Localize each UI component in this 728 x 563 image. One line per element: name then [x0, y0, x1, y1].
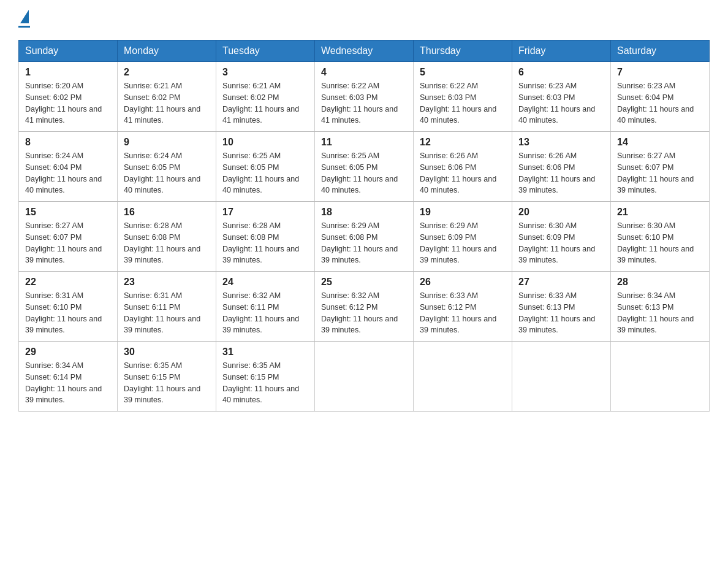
day-number: 6 — [518, 67, 604, 78]
day-number: 2 — [124, 67, 210, 78]
calendar-day-cell: 9Sunrise: 6:24 AMSunset: 6:05 PMDaylight… — [118, 132, 216, 202]
calendar-day-cell: 16Sunrise: 6:28 AMSunset: 6:08 PMDayligh… — [118, 202, 216, 272]
day-number: 30 — [124, 347, 210, 358]
day-number: 25 — [321, 277, 407, 288]
calendar-day-cell: 12Sunrise: 6:26 AMSunset: 6:06 PMDayligh… — [414, 132, 512, 202]
calendar-day-cell: 8Sunrise: 6:24 AMSunset: 6:04 PMDaylight… — [19, 132, 118, 202]
day-number: 17 — [222, 207, 308, 218]
calendar-week-row: 29Sunrise: 6:34 AMSunset: 6:14 PMDayligh… — [19, 342, 710, 412]
calendar-day-cell: 11Sunrise: 6:25 AMSunset: 6:05 PMDayligh… — [315, 132, 414, 202]
calendar-day-cell — [315, 342, 414, 412]
calendar-day-cell: 18Sunrise: 6:29 AMSunset: 6:08 PMDayligh… — [315, 202, 414, 272]
calendar-day-header: Thursday — [414, 40, 512, 62]
calendar-day-cell: 7Sunrise: 6:23 AMSunset: 6:04 PMDaylight… — [611, 62, 710, 132]
calendar-day-cell: 2Sunrise: 6:21 AMSunset: 6:02 PMDaylight… — [118, 62, 216, 132]
page-header — [18, 12, 710, 28]
day-number: 18 — [321, 207, 407, 218]
logo — [18, 12, 30, 28]
calendar-day-cell: 31Sunrise: 6:35 AMSunset: 6:15 PMDayligh… — [216, 342, 315, 412]
calendar-day-cell: 4Sunrise: 6:22 AMSunset: 6:03 PMDaylight… — [315, 62, 414, 132]
day-sun-info: Sunrise: 6:35 AMSunset: 6:15 PMDaylight:… — [222, 360, 308, 406]
day-sun-info: Sunrise: 6:21 AMSunset: 6:02 PMDaylight:… — [124, 80, 210, 126]
day-number: 8 — [25, 137, 111, 148]
day-sun-info: Sunrise: 6:24 AMSunset: 6:05 PMDaylight:… — [124, 150, 210, 196]
day-sun-info: Sunrise: 6:25 AMSunset: 6:05 PMDaylight:… — [321, 150, 407, 196]
calendar-day-header: Wednesday — [315, 40, 414, 62]
day-sun-info: Sunrise: 6:26 AMSunset: 6:06 PMDaylight:… — [420, 150, 506, 196]
calendar-day-cell: 23Sunrise: 6:31 AMSunset: 6:11 PMDayligh… — [118, 272, 216, 342]
day-sun-info: Sunrise: 6:32 AMSunset: 6:12 PMDaylight:… — [321, 290, 407, 336]
calendar-day-cell — [611, 342, 710, 412]
calendar-day-cell: 29Sunrise: 6:34 AMSunset: 6:14 PMDayligh… — [19, 342, 118, 412]
day-sun-info: Sunrise: 6:29 AMSunset: 6:09 PMDaylight:… — [420, 220, 506, 266]
calendar-day-cell: 27Sunrise: 6:33 AMSunset: 6:13 PMDayligh… — [512, 272, 611, 342]
calendar-day-cell: 5Sunrise: 6:22 AMSunset: 6:03 PMDaylight… — [414, 62, 512, 132]
calendar-day-header: Tuesday — [216, 40, 315, 62]
logo-triangle-icon — [20, 10, 29, 23]
day-number: 19 — [420, 207, 506, 218]
day-number: 23 — [124, 277, 210, 288]
calendar-day-cell: 10Sunrise: 6:25 AMSunset: 6:05 PMDayligh… — [216, 132, 315, 202]
day-number: 14 — [617, 137, 703, 148]
day-sun-info: Sunrise: 6:28 AMSunset: 6:08 PMDaylight:… — [124, 220, 210, 266]
calendar-day-cell: 14Sunrise: 6:27 AMSunset: 6:07 PMDayligh… — [611, 132, 710, 202]
day-sun-info: Sunrise: 6:31 AMSunset: 6:10 PMDaylight:… — [25, 290, 111, 336]
day-sun-info: Sunrise: 6:21 AMSunset: 6:02 PMDaylight:… — [222, 80, 308, 126]
day-sun-info: Sunrise: 6:31 AMSunset: 6:11 PMDaylight:… — [124, 290, 210, 336]
day-number: 27 — [518, 277, 604, 288]
calendar-day-cell: 21Sunrise: 6:30 AMSunset: 6:10 PMDayligh… — [611, 202, 710, 272]
calendar-day-cell: 20Sunrise: 6:30 AMSunset: 6:09 PMDayligh… — [512, 202, 611, 272]
day-number: 9 — [124, 137, 210, 148]
day-sun-info: Sunrise: 6:33 AMSunset: 6:13 PMDaylight:… — [518, 290, 604, 336]
calendar-day-cell: 30Sunrise: 6:35 AMSunset: 6:15 PMDayligh… — [118, 342, 216, 412]
calendar-day-cell: 1Sunrise: 6:20 AMSunset: 6:02 PMDaylight… — [19, 62, 118, 132]
day-number: 3 — [222, 67, 308, 78]
calendar-day-cell: 28Sunrise: 6:34 AMSunset: 6:13 PMDayligh… — [611, 272, 710, 342]
day-number: 5 — [420, 67, 506, 78]
day-sun-info: Sunrise: 6:33 AMSunset: 6:12 PMDaylight:… — [420, 290, 506, 336]
calendar-day-cell: 13Sunrise: 6:26 AMSunset: 6:06 PMDayligh… — [512, 132, 611, 202]
day-sun-info: Sunrise: 6:32 AMSunset: 6:11 PMDaylight:… — [222, 290, 308, 336]
calendar-day-cell — [414, 342, 512, 412]
day-sun-info: Sunrise: 6:22 AMSunset: 6:03 PMDaylight:… — [420, 80, 506, 126]
day-sun-info: Sunrise: 6:34 AMSunset: 6:14 PMDaylight:… — [25, 360, 111, 406]
day-number: 26 — [420, 277, 506, 288]
day-sun-info: Sunrise: 6:22 AMSunset: 6:03 PMDaylight:… — [321, 80, 407, 126]
day-sun-info: Sunrise: 6:35 AMSunset: 6:15 PMDaylight:… — [124, 360, 210, 406]
day-number: 12 — [420, 137, 506, 148]
day-sun-info: Sunrise: 6:30 AMSunset: 6:10 PMDaylight:… — [617, 220, 703, 266]
day-number: 29 — [25, 347, 111, 358]
day-sun-info: Sunrise: 6:27 AMSunset: 6:07 PMDaylight:… — [617, 150, 703, 196]
day-sun-info: Sunrise: 6:30 AMSunset: 6:09 PMDaylight:… — [518, 220, 604, 266]
day-number: 21 — [617, 207, 703, 218]
calendar-day-cell — [512, 342, 611, 412]
calendar-day-cell: 6Sunrise: 6:23 AMSunset: 6:03 PMDaylight… — [512, 62, 611, 132]
day-number: 11 — [321, 137, 407, 148]
calendar-day-header: Monday — [118, 40, 216, 62]
calendar-day-cell: 17Sunrise: 6:28 AMSunset: 6:08 PMDayligh… — [216, 202, 315, 272]
day-sun-info: Sunrise: 6:27 AMSunset: 6:07 PMDaylight:… — [25, 220, 111, 266]
calendar-day-header: Friday — [512, 40, 611, 62]
calendar-day-header: Saturday — [611, 40, 710, 62]
calendar-day-cell: 26Sunrise: 6:33 AMSunset: 6:12 PMDayligh… — [414, 272, 512, 342]
day-number: 28 — [617, 277, 703, 288]
day-number: 13 — [518, 137, 604, 148]
calendar-day-header: Sunday — [19, 40, 118, 62]
calendar-week-row: 8Sunrise: 6:24 AMSunset: 6:04 PMDaylight… — [19, 132, 710, 202]
calendar-day-cell: 19Sunrise: 6:29 AMSunset: 6:09 PMDayligh… — [414, 202, 512, 272]
calendar-day-cell: 24Sunrise: 6:32 AMSunset: 6:11 PMDayligh… — [216, 272, 315, 342]
day-sun-info: Sunrise: 6:26 AMSunset: 6:06 PMDaylight:… — [518, 150, 604, 196]
day-sun-info: Sunrise: 6:29 AMSunset: 6:08 PMDaylight:… — [321, 220, 407, 266]
logo-underline — [18, 26, 30, 28]
calendar-header-row: SundayMondayTuesdayWednesdayThursdayFrid… — [19, 40, 710, 62]
day-sun-info: Sunrise: 6:25 AMSunset: 6:05 PMDaylight:… — [222, 150, 308, 196]
day-sun-info: Sunrise: 6:24 AMSunset: 6:04 PMDaylight:… — [25, 150, 111, 196]
day-sun-info: Sunrise: 6:28 AMSunset: 6:08 PMDaylight:… — [222, 220, 308, 266]
day-sun-info: Sunrise: 6:34 AMSunset: 6:13 PMDaylight:… — [617, 290, 703, 336]
day-number: 31 — [222, 347, 308, 358]
calendar-table: SundayMondayTuesdayWednesdayThursdayFrid… — [18, 40, 710, 412]
calendar-day-cell: 15Sunrise: 6:27 AMSunset: 6:07 PMDayligh… — [19, 202, 118, 272]
day-number: 16 — [124, 207, 210, 218]
calendar-week-row: 1Sunrise: 6:20 AMSunset: 6:02 PMDaylight… — [19, 62, 710, 132]
day-number: 20 — [518, 207, 604, 218]
